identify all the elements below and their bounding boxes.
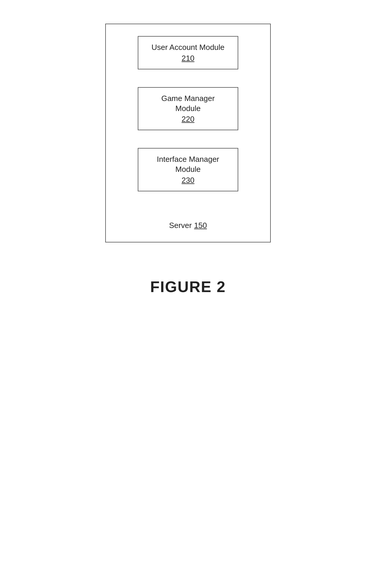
game-manager-module-title: Game ManagerModule [161, 94, 215, 114]
user-account-module-title: User Account Module [151, 43, 224, 53]
interface-manager-module-title: Interface ManagerModule [157, 154, 219, 175]
figure-label: FIGURE 2 [150, 278, 226, 296]
interface-manager-module-box: Interface ManagerModule 230 [138, 148, 238, 191]
game-manager-module-box: Game ManagerModule 220 [138, 87, 238, 131]
outer-box: User Account Module 210 Game ManagerModu… [105, 24, 271, 242]
server-label: Server [169, 221, 192, 230]
game-manager-module-number: 220 [181, 115, 194, 124]
page-container: User Account Module 210 Game ManagerModu… [0, 0, 376, 588]
user-account-module-box: User Account Module 210 [138, 36, 238, 69]
user-account-module-number: 210 [181, 54, 194, 63]
server-label-container: Server 150 [169, 221, 207, 230]
interface-manager-module-number: 230 [181, 176, 194, 185]
server-number: 150 [194, 221, 207, 230]
